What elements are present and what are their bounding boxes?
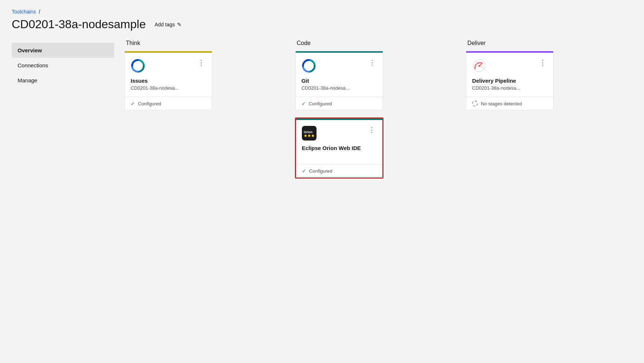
issues-card-title: Issues (131, 78, 206, 84)
svg-point-14 (312, 135, 314, 137)
sidebar-item-manage[interactable]: Manage (12, 73, 114, 88)
column-deliver: Deliver (461, 40, 632, 111)
issues-status-label: Configured (138, 101, 161, 106)
page-title: CD0201-38a-nodesample (12, 18, 146, 31)
card-issues[interactable]: ⋮ Issues CD0201-38a-nodesa... ✓ Configur… (124, 51, 212, 111)
git-icon (302, 59, 316, 73)
page-container: Toolchains / CD0201-38a-nodesample Add t… (0, 0, 644, 178)
pipeline-menu-button[interactable]: ⋮ (538, 59, 547, 67)
git-card-subtitle: CD0201-38a-nodesa... (302, 85, 377, 91)
column-deliver-placeholder (461, 118, 632, 178)
git-status-label: Configured (309, 101, 332, 106)
sidebar-item-overview[interactable]: Overview (12, 43, 114, 58)
no-stages-label: No stages detected (481, 101, 522, 106)
pipeline-card-title: Delivery Pipeline (472, 78, 547, 84)
svg-point-12 (304, 135, 307, 137)
issues-menu-button[interactable]: ⋮ (196, 59, 206, 67)
content-area: Think (114, 40, 632, 178)
sidebar-item-connections[interactable]: Connections (12, 58, 114, 73)
orion-status-label: Configured (309, 168, 333, 174)
pipeline-card-footer: No stages detected (466, 97, 553, 110)
svg-point-13 (308, 135, 310, 137)
column-think: Think (120, 40, 291, 111)
issues-icon (131, 59, 145, 73)
second-row: Orion ⋮ Eclipse Orion Web IDE (120, 118, 632, 178)
breadcrumb-separator: / (39, 9, 40, 15)
git-check-icon: ✓ (302, 101, 306, 106)
breadcrumb-link[interactable]: Toolchains (12, 9, 36, 15)
card-eclipse-orion[interactable]: Orion ⋮ Eclipse Orion Web IDE (295, 118, 383, 178)
card-body-issues: ⋮ Issues CD0201-38a-nodesa... (125, 53, 212, 97)
card-body-deliver: ⋮ Delivery Pipeline CD0201-38a-nodesa... (466, 53, 553, 97)
page-title-row: CD0201-38a-nodesample Add tags ✎ (12, 18, 632, 31)
pipeline-card-subtitle: CD0201-38a-nodesa... (472, 85, 547, 91)
pipeline-icon (472, 59, 487, 73)
column-code: Code (291, 40, 462, 111)
card-header-row-git: ⋮ (302, 59, 377, 73)
orion-card-title: Eclipse Orion Web IDE (302, 145, 377, 151)
card-header-row-deliver: ⋮ (472, 59, 547, 73)
svg-text:Orion: Orion (304, 130, 312, 134)
breadcrumb: Toolchains / (12, 9, 632, 15)
column-header-think: Think (124, 40, 287, 46)
add-tags-button[interactable]: Add tags ✎ (151, 20, 184, 29)
issues-card-subtitle: CD0201-38a-nodesa... (131, 85, 206, 91)
column-header-code: Code (295, 40, 457, 46)
svg-point-2 (136, 64, 140, 68)
git-card-footer: ✓ Configured (296, 97, 383, 110)
svg-point-9 (479, 65, 480, 67)
issues-card-footer: ✓ Configured (125, 97, 212, 110)
column-code-second: Orion ⋮ Eclipse Orion Web IDE (291, 118, 462, 178)
orion-menu-button[interactable]: ⋮ (367, 126, 377, 134)
column-think-placeholder (120, 118, 291, 178)
card-git[interactable]: ⋮ Git CD0201-38a-nodesa... ✓ Configured (295, 51, 383, 111)
svg-point-5 (307, 64, 311, 68)
no-stages-icon (472, 101, 478, 106)
orion-icon: Orion (302, 126, 317, 141)
main-layout: Overview Connections Manage Think (12, 40, 632, 178)
column-header-deliver: Deliver (466, 40, 628, 46)
no-stages-status: No stages detected (472, 101, 522, 106)
git-menu-button[interactable]: ⋮ (367, 59, 377, 67)
sidebar: Overview Connections Manage (12, 40, 114, 178)
git-card-title: Git (302, 78, 377, 84)
columns-row: Think (120, 40, 632, 111)
card-header-row-orion: Orion ⋮ (302, 126, 377, 141)
card-delivery-pipeline[interactable]: ⋮ Delivery Pipeline CD0201-38a-nodesa...… (466, 51, 554, 111)
issues-check-icon: ✓ (131, 101, 135, 106)
orion-card-footer: ✓ Configured (296, 164, 382, 177)
card-body-orion: Orion ⋮ Eclipse Orion Web IDE (296, 120, 382, 164)
card-header-row-issues: ⋮ (131, 59, 206, 73)
add-tags-label: Add tags (154, 22, 175, 27)
orion-check-icon: ✓ (302, 168, 306, 174)
card-body-git: ⋮ Git CD0201-38a-nodesa... (296, 53, 383, 97)
edit-icon: ✎ (177, 22, 181, 27)
